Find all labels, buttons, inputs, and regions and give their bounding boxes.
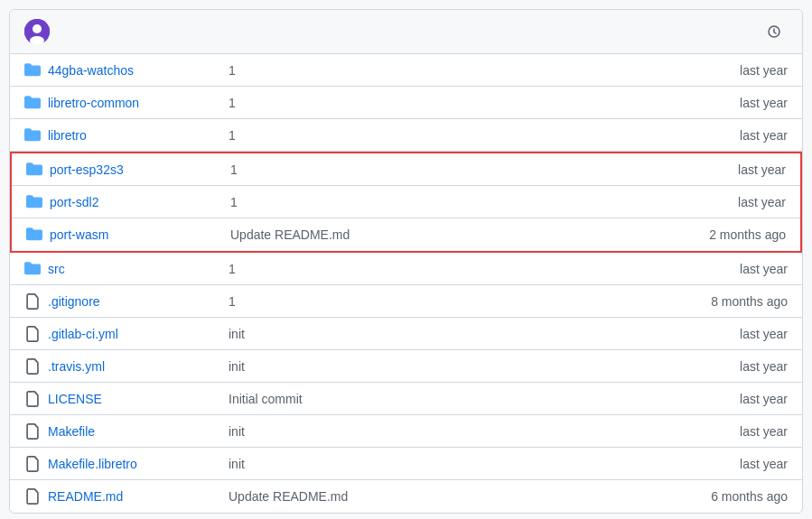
file-row-gitignore: .gitignore18 months ago — [10, 285, 802, 318]
commit-time: last year — [697, 327, 788, 341]
file-name[interactable]: port-wasm — [50, 227, 212, 242]
file-row-port-wasm: port-wasmUpdate README.md2 months ago — [12, 218, 800, 251]
file-row-makefile: Makefileinitlast year — [10, 415, 802, 448]
repository-browser: 44gba-watchos1last year libretro-common1… — [9, 9, 803, 514]
file-name[interactable]: LICENSE — [48, 392, 210, 406]
file-row-libretro-common: libretro-common1last year — [10, 87, 802, 119]
file-row-src: src1last year — [10, 253, 802, 285]
commit-time: last year — [697, 63, 788, 78]
commit-msg: 1 — [210, 96, 697, 110]
file-name[interactable]: libretro — [48, 128, 210, 143]
file-name[interactable]: Makefile.libretro — [48, 457, 210, 471]
commit-msg: init — [210, 457, 697, 471]
avatar — [24, 19, 50, 44]
file-row-makefile-libretro: Makefile.libretroinitlast year — [10, 448, 802, 480]
commit-msg: Initial commit — [210, 392, 697, 406]
file-icon — [24, 326, 41, 342]
commit-msg: init — [210, 424, 697, 439]
file-row-libretro: libretro1last year — [10, 119, 802, 152]
folder-icon — [26, 162, 42, 178]
highlighted-group: port-esp32s31last year port-sdl21last ye… — [10, 152, 802, 253]
commit-msg: init — [210, 359, 697, 374]
file-name[interactable]: .gitignore — [48, 294, 210, 309]
file-name[interactable]: libretro-common — [48, 96, 210, 110]
commit-time: last year — [695, 195, 786, 209]
commit-time: last year — [695, 162, 786, 177]
commit-msg: 1 — [210, 262, 697, 276]
file-name[interactable]: .gitlab-ci.yml — [48, 327, 210, 341]
file-row-travis: .travis.ymlinitlast year — [10, 350, 802, 383]
file-name[interactable]: Makefile — [48, 424, 210, 439]
file-row-gitlab-ci: .gitlab-ci.ymlinitlast year — [10, 318, 802, 350]
folder-icon — [24, 62, 41, 79]
commit-msg: Update README.md — [212, 227, 695, 242]
commit-meta — [753, 25, 788, 38]
folder-icon — [24, 127, 41, 144]
file-list: 44gba-watchos1last year libretro-common1… — [10, 54, 802, 513]
file-name[interactable]: README.md — [48, 489, 210, 504]
commit-time: last year — [697, 262, 788, 276]
commit-msg: Update README.md — [210, 489, 697, 504]
svg-point-1 — [33, 24, 42, 33]
file-icon — [24, 358, 41, 375]
commit-msg: 1 — [212, 162, 695, 177]
folder-icon — [26, 194, 42, 210]
file-icon — [24, 488, 41, 505]
clock-icon — [768, 25, 780, 38]
file-row-44gba-watchos: 44gba-watchos1last year — [10, 54, 802, 87]
commit-msg: 1 — [212, 195, 695, 209]
file-row-port-sdl2: port-sdl21last year — [12, 186, 800, 218]
commit-time: last year — [697, 359, 788, 374]
commit-time: last year — [697, 128, 788, 143]
commit-time: last year — [697, 424, 788, 439]
file-name[interactable]: port-esp32s3 — [50, 162, 212, 177]
file-name[interactable]: port-sdl2 — [50, 195, 212, 209]
folder-icon — [24, 261, 41, 277]
commit-time: 8 months ago — [697, 294, 788, 309]
file-icon — [24, 293, 41, 310]
file-row-readme-md: README.mdUpdate README.md6 months ago — [10, 480, 802, 513]
file-icon — [24, 391, 41, 407]
file-icon — [24, 456, 41, 472]
commit-time: last year — [697, 457, 788, 471]
folder-icon — [26, 227, 42, 243]
file-icon — [24, 423, 41, 440]
commit-msg: init — [210, 327, 697, 341]
commit-time: last year — [697, 96, 788, 110]
commit-msg: 1 — [210, 128, 697, 143]
commit-msg: 1 — [210, 294, 697, 309]
file-row-port-esp32s3: port-esp32s31last year — [12, 153, 800, 186]
folder-icon — [24, 95, 41, 111]
commit-time: 2 months ago — [695, 227, 786, 242]
commit-time: last year — [697, 392, 788, 406]
file-name[interactable]: 44gba-watchos — [48, 63, 210, 78]
file-row-license: LICENSEInitial commitlast year — [10, 383, 802, 415]
commit-msg: 1 — [210, 63, 697, 78]
commit-header — [10, 10, 802, 54]
file-name[interactable]: .travis.yml — [48, 359, 210, 374]
file-name[interactable]: src — [48, 262, 210, 276]
commit-time: 6 months ago — [697, 489, 788, 504]
